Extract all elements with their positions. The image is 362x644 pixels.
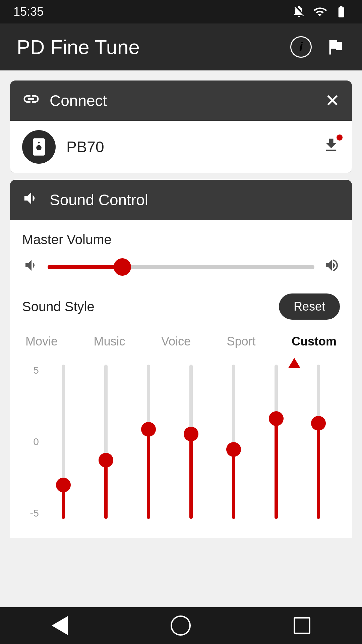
flag-button[interactable] xyxy=(325,37,345,57)
eq-band-6[interactable] xyxy=(259,365,293,519)
connect-close-button[interactable]: ✕ xyxy=(325,91,340,111)
sound-control-header: Sound Control xyxy=(10,180,352,220)
eq-band-4[interactable] xyxy=(174,365,208,519)
eq-band-7[interactable] xyxy=(302,365,335,519)
link-icon xyxy=(22,90,40,108)
connect-header-left: Connect xyxy=(22,90,107,111)
volume-high-icon xyxy=(324,257,340,277)
recent-button[interactable] xyxy=(294,617,310,634)
sound-style-label: Sound Style xyxy=(22,299,95,314)
status-bar: 15:35 xyxy=(0,0,362,23)
master-volume-label: Master Volume xyxy=(22,232,340,247)
sound-control-title: Sound Control xyxy=(50,191,148,209)
app-header: PD Fine Tune i xyxy=(0,23,362,70)
tab-sport[interactable]: Sport xyxy=(227,332,255,351)
recent-icon xyxy=(294,617,310,634)
tab-custom[interactable]: Custom xyxy=(292,332,337,351)
volume-row xyxy=(22,257,340,277)
tab-music[interactable]: Music xyxy=(94,332,125,351)
sound-style-row: Sound Style Reset xyxy=(22,293,340,320)
status-icons xyxy=(292,5,349,18)
flag-icon xyxy=(325,37,345,57)
style-tabs: Movie Music Voice Sport Custom xyxy=(22,332,340,351)
eq-container: 5 0 -5 xyxy=(22,358,340,526)
home-icon xyxy=(171,615,191,636)
eq-thumb-2 xyxy=(99,453,113,468)
wifi-icon xyxy=(312,5,327,18)
eq-thumb-7 xyxy=(311,416,326,431)
eq-thumb-6 xyxy=(269,411,284,426)
volume-thumb xyxy=(114,258,131,276)
device-name: PB70 xyxy=(66,138,312,156)
eq-labels: 5 0 -5 xyxy=(22,361,39,522)
app-title: PD Fine Tune xyxy=(17,36,140,59)
volume-low-svg xyxy=(22,257,38,273)
back-icon xyxy=(52,616,68,635)
eq-band-3[interactable] xyxy=(132,365,165,519)
eq-sliders xyxy=(42,361,340,522)
eq-fill-4 xyxy=(189,434,193,519)
eq-fill-5 xyxy=(232,449,235,519)
download-notification-dot xyxy=(337,135,343,141)
sound-control-card: Sound Control Master Volume Sound S xyxy=(10,180,352,538)
eq-fill-6 xyxy=(275,419,278,519)
eq-band-2[interactable] xyxy=(89,365,123,519)
eq-thumb-3 xyxy=(141,422,156,437)
sound-header-left: Sound Control xyxy=(22,189,148,211)
sound-control-icon xyxy=(22,189,40,211)
status-time: 15:35 xyxy=(13,5,44,19)
navigation-bar xyxy=(0,607,362,644)
device-icon xyxy=(22,130,56,164)
eq-area: 5 0 -5 xyxy=(22,361,340,522)
connect-card-header: Connect ✕ xyxy=(10,80,352,121)
volume-track[interactable] xyxy=(48,265,314,269)
eq-label-5: 5 xyxy=(22,365,39,376)
home-button[interactable] xyxy=(171,615,191,636)
info-button[interactable]: i xyxy=(290,36,312,58)
header-icons: i xyxy=(290,36,345,58)
eq-thumb-4 xyxy=(184,427,198,441)
connect-title: Connect xyxy=(50,92,107,110)
back-button[interactable] xyxy=(52,616,68,635)
eq-band-1[interactable] xyxy=(47,365,80,519)
notification-muted-icon xyxy=(292,5,306,18)
battery-icon xyxy=(334,5,349,18)
connect-icon xyxy=(22,90,40,111)
eq-fill-3 xyxy=(147,429,150,519)
speaker-icon xyxy=(28,137,49,157)
volume-high-svg xyxy=(324,257,340,273)
eq-fill-2 xyxy=(104,460,108,519)
reset-button[interactable]: Reset xyxy=(279,293,340,320)
download-button[interactable] xyxy=(322,137,340,158)
device-row: PB70 xyxy=(10,121,352,173)
volume-fill xyxy=(48,265,122,269)
tab-movie[interactable]: Movie xyxy=(25,332,58,351)
eq-thumb-1 xyxy=(56,478,71,492)
connect-card: Connect ✕ PB70 xyxy=(10,80,352,173)
tab-voice[interactable]: Voice xyxy=(161,332,191,351)
volume-icon xyxy=(22,189,40,207)
eq-band-5[interactable] xyxy=(217,365,250,519)
eq-label-n5: -5 xyxy=(22,507,39,519)
eq-fill-7 xyxy=(317,423,320,519)
eq-label-0: 0 xyxy=(22,436,39,447)
eq-thumb-5 xyxy=(226,442,241,457)
volume-low-icon xyxy=(22,257,38,277)
sound-card-body: Master Volume Sound Style Reset xyxy=(10,220,352,538)
